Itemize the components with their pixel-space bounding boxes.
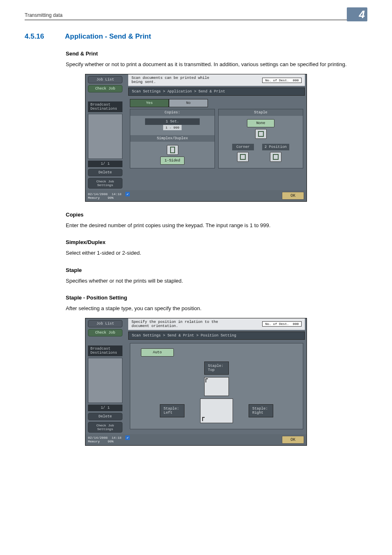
broadcast-label: Broadcast Destinations	[88, 101, 122, 112]
page-icon	[170, 147, 175, 153]
staple-top-button[interactable]: Staple: Top	[204, 362, 229, 375]
job-list-tab[interactable]: Job List	[88, 76, 122, 83]
check-job-tab[interactable]: Check Job	[88, 85, 122, 92]
check-job-settings-button[interactable]: Check Job Settings	[88, 422, 122, 433]
corner-icon	[237, 152, 249, 162]
orientation-preview-main	[200, 398, 233, 423]
staple-none-button[interactable]: None	[247, 119, 275, 127]
section-number: 4.5.16	[25, 32, 53, 41]
subhead-copies: Copies	[66, 212, 367, 218]
delete-button[interactable]: Delete	[88, 413, 122, 420]
staple-2pos-button[interactable]: 2 Position	[262, 144, 289, 150]
yes-toggle[interactable]: Yes	[130, 99, 169, 107]
text-staple-position: After selecting a staple type, you can s…	[66, 305, 367, 312]
subhead-staple-position: Staple - Position Setting	[66, 295, 367, 301]
text-copies: Enter the desired number of print copies…	[66, 222, 367, 229]
orientation-preview-top	[204, 377, 229, 396]
staple-preview-icon	[255, 129, 267, 139]
one-sided-button[interactable]: 1-Sided	[160, 157, 185, 165]
copies-panel-head: Copies:	[130, 109, 214, 116]
page-indicator: 1/ 1	[88, 161, 122, 167]
job-list-tab[interactable]: Job List	[88, 320, 122, 327]
message-text: Specify the position in relation to thed…	[131, 320, 218, 328]
message-text: Scan documents can be printed whilebeing…	[131, 76, 209, 84]
check-job-settings-button[interactable]: Check Job Settings	[88, 178, 122, 189]
staple-panel-head: Staple	[219, 109, 303, 116]
text-send-print: Specify whether or not to print a docume…	[66, 61, 367, 68]
subhead-send-print: Send & Print	[66, 51, 367, 57]
dest-count: No. of Dest. 000	[262, 321, 302, 327]
text-staple: Specifies whether or not the prints will…	[66, 277, 367, 285]
duplex-icon-button[interactable]	[167, 145, 178, 155]
copies-value: 1 Set.	[145, 118, 200, 125]
staple-left-button[interactable]: Staple: Left	[160, 404, 184, 417]
section-title: Application - Send & Print	[65, 32, 151, 41]
staple-corner-button[interactable]: Corner	[232, 144, 254, 150]
subhead-simplex: Simplex/Duplex	[66, 239, 367, 245]
copies-range: 1 - 999	[163, 125, 182, 130]
auto-button[interactable]: Auto	[141, 348, 174, 357]
broadcast-label: Broadcast Destinations	[88, 345, 122, 356]
text-simplex: Select either 1-sided or 2-sided.	[66, 249, 367, 257]
status-date-time: 02/14/2008 14:18 ✔ Memory 90%	[88, 192, 130, 200]
no-toggle[interactable]: No	[169, 99, 208, 107]
breadcrumb: Scan Settings > Send & Print > Position …	[128, 332, 305, 340]
delete-button[interactable]: Delete	[88, 169, 122, 176]
page-indicator: 1/ 1	[88, 405, 122, 411]
status-date-time: 02/14/2008 14:18 ✔ Memory 90%	[88, 436, 130, 443]
screenshot-position-setting: Job List Check Job Broadcast Destination…	[85, 318, 307, 446]
ok-button[interactable]: OK	[282, 436, 304, 444]
running-head: Transmitting data	[25, 12, 367, 20]
simplex-panel-head: Simplex/Duplex	[130, 135, 214, 142]
two-position-icon	[270, 152, 281, 162]
screenshot-send-print: Job List Check Job Broadcast Destination…	[85, 74, 307, 202]
ok-button[interactable]: OK	[282, 192, 304, 200]
staple-right-button[interactable]: Staple: Right	[249, 404, 273, 417]
dest-count: No. of Dest. 000	[262, 78, 302, 83]
check-job-tab[interactable]: Check Job	[88, 329, 122, 336]
chapter-badge: 4	[347, 7, 367, 21]
breadcrumb: Scan Settings > Application > Send & Pri…	[128, 88, 305, 96]
subhead-staple: Staple	[66, 267, 367, 273]
